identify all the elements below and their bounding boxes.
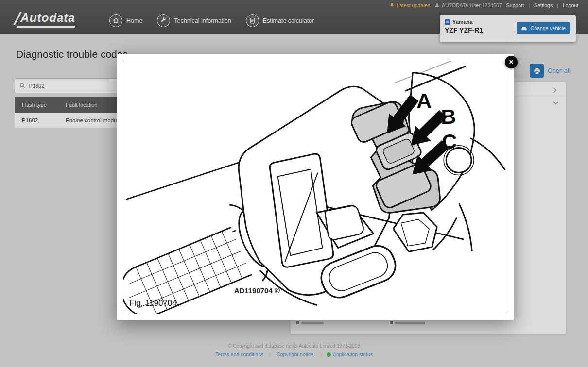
callout-label-a: A bbox=[416, 89, 432, 112]
figure-caption: Fig. 1190704 bbox=[129, 299, 177, 308]
figure-watermark: AD1190704 © bbox=[234, 287, 280, 295]
hex-button bbox=[393, 213, 437, 251]
figure-area: A B C AD1190704 © Fig. 1190704 bbox=[123, 61, 507, 314]
callout-label-c: C bbox=[442, 130, 457, 153]
handlebar-switch-diagram: A B C AD1190704 © Fig. 1190704 bbox=[123, 61, 507, 314]
close-icon: ✕ bbox=[509, 59, 514, 66]
callout-label-b: B bbox=[441, 105, 456, 128]
modal-close-button[interactable]: ✕ bbox=[505, 56, 518, 68]
figure-modal: ✕ bbox=[117, 54, 514, 320]
